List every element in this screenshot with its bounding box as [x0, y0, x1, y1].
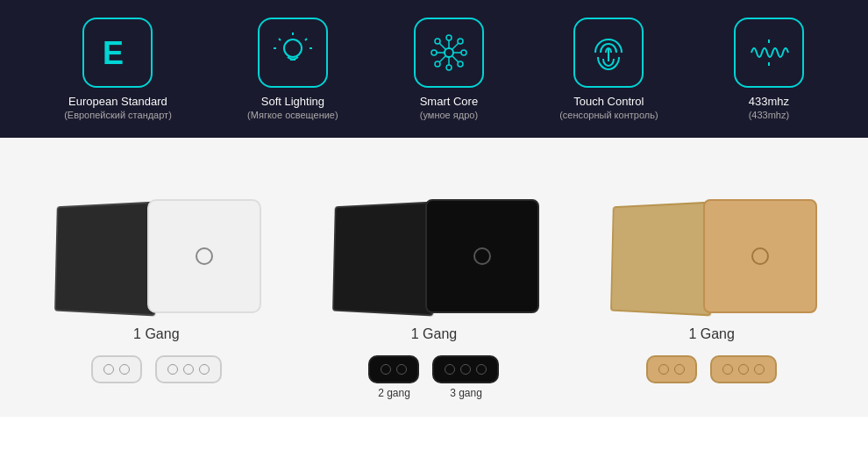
433mhz-subtitle: (433mhz): [749, 110, 789, 120]
dot1: [658, 364, 669, 375]
feature-touch-control: Touch Control (сенсорный контроль): [559, 18, 658, 120]
svg-point-9: [446, 35, 452, 40]
variant-black-2gang: 2 gang: [368, 355, 419, 399]
switch-dot-gold: [751, 247, 769, 265]
dot1: [103, 364, 114, 375]
svg-text:E: E: [103, 35, 124, 71]
svg-line-24: [452, 56, 459, 62]
touch-control-subtitle: (сенсорный контроль): [559, 110, 658, 120]
features-banner: E European Standard (Европейский стандар…: [0, 0, 868, 138]
small-switch-black-2gang: [368, 355, 419, 383]
product-label-gold: 1 Gang: [688, 326, 734, 342]
dot1: [722, 364, 733, 375]
small-switch-gold-3gang: [710, 355, 777, 383]
soft-lighting-subtitle: (Мягкое освещение): [247, 110, 338, 120]
small-switch-black-3gang: [432, 355, 499, 383]
svg-point-12: [461, 50, 466, 55]
dot2: [738, 364, 749, 375]
variant-black-3gang: 3 gang: [432, 355, 499, 399]
product-column-black: 1 Gang 2 gang 3 gang: [302, 164, 566, 399]
product-image-gold: [598, 164, 826, 313]
variants-row-gold: [646, 355, 777, 383]
variant-white-2gang: [91, 355, 142, 383]
dot3: [199, 364, 210, 375]
svg-line-4: [279, 39, 281, 40]
dot3: [476, 364, 487, 375]
smart-core-title: Smart Core: [420, 95, 478, 108]
variant-label-black-2gang: 2 gang: [378, 387, 410, 399]
variant-gold-3gang: [710, 355, 777, 383]
european-standard-title: European Standard: [68, 95, 167, 108]
variant-white-3gang: [155, 355, 222, 383]
small-switch-white-3gang: [155, 355, 222, 383]
variant-gold-2gang: [646, 355, 697, 383]
svg-point-1: [284, 39, 302, 57]
feature-433mhz: 433mhz (433mhz): [734, 18, 804, 120]
switch-back-gold: [610, 202, 712, 317]
soft-lighting-icon-box: [258, 18, 328, 88]
european-standard-icon-box: E: [82, 18, 153, 88]
variants-row-white: [91, 355, 222, 383]
small-switch-gold-2gang: [646, 355, 697, 383]
feature-smart-core: Smart Core (умное ядро): [414, 18, 484, 120]
svg-line-5: [305, 39, 307, 40]
dot1: [381, 364, 391, 375]
switch-front-white: [147, 199, 261, 313]
smart-core-icon-box: [414, 18, 484, 88]
variants-row-black: 2 gang 3 gang: [368, 355, 499, 399]
product-image-black: [320, 164, 548, 313]
svg-point-8: [445, 48, 453, 57]
dot2: [119, 364, 130, 375]
touch-control-icon-box: [573, 18, 644, 88]
product-label-white: 1 Gang: [133, 326, 179, 342]
dot2: [396, 364, 407, 375]
dot2: [460, 364, 471, 375]
433mhz-icon-box: [734, 18, 804, 88]
small-switch-white-2gang: [91, 355, 142, 383]
switch-front-black: [425, 199, 539, 313]
product-label-black: 1 Gang: [411, 326, 457, 342]
dot1: [445, 364, 455, 375]
variant-label-black-3gang: 3 gang: [450, 387, 482, 399]
svg-line-22: [452, 43, 459, 49]
smart-core-subtitle: (умное ядро): [420, 110, 478, 120]
dot3: [754, 364, 765, 375]
switch-back-white: [54, 202, 156, 317]
switch-front-gold: [703, 199, 817, 313]
svg-point-10: [446, 65, 452, 70]
products-section: 1 Gang 1 Gang: [0, 138, 868, 417]
svg-line-23: [439, 56, 445, 62]
product-image-white: [42, 164, 270, 313]
feature-european-standard: E European Standard (Европейский стандар…: [64, 18, 172, 120]
dot2: [183, 364, 194, 375]
switch-dot-black: [473, 247, 491, 265]
dot2: [674, 364, 685, 375]
touch-control-title: Touch Control: [573, 95, 644, 108]
feature-soft-lighting: Soft Lighting (Мягкое освещение): [247, 18, 338, 120]
european-standard-subtitle: (Европейский стандарт): [64, 110, 172, 120]
product-column-white: 1 Gang: [25, 164, 288, 383]
svg-line-21: [439, 43, 445, 49]
switch-dot-white: [196, 247, 213, 265]
switch-back-black: [332, 202, 434, 317]
soft-lighting-title: Soft Lighting: [261, 95, 324, 108]
svg-point-11: [431, 50, 437, 55]
433mhz-title: 433mhz: [749, 95, 789, 108]
dot1: [167, 364, 178, 375]
product-column-gold: 1 Gang: [580, 164, 843, 383]
